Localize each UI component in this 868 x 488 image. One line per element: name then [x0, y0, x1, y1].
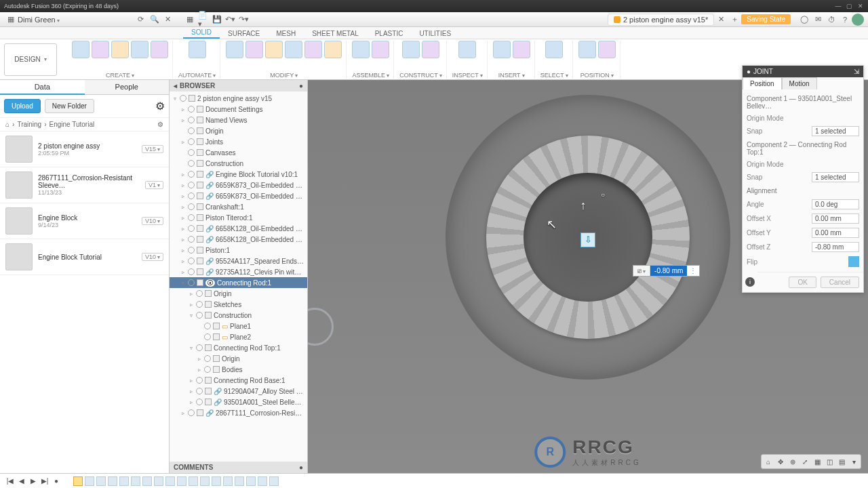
- viewnav-1-icon[interactable]: ✥: [775, 456, 786, 467]
- tree-row[interactable]: ▹Sketches: [170, 299, 307, 310]
- visibility-icon[interactable]: [196, 388, 203, 394]
- expand-icon[interactable]: ▹: [189, 302, 194, 308]
- tree-row[interactable]: ▭Plane1: [170, 321, 307, 331]
- comments-header[interactable]: COMMENTS ●: [170, 462, 307, 473]
- visibility-icon[interactable]: [204, 333, 211, 340]
- select-tool-1-icon[interactable]: [545, 41, 563, 58]
- viewnav-3-icon[interactable]: ⤢: [800, 456, 810, 467]
- locate-icon[interactable]: ⦿: [205, 279, 215, 287]
- align-value[interactable]: 0.0 deg: [812, 199, 859, 209]
- redo-icon[interactable]: ↷▾: [239, 14, 250, 25]
- ribbon-label[interactable]: AUTOMATE: [178, 72, 216, 79]
- timeline-feature-6[interactable]: [142, 476, 152, 486]
- timeline-feature-8[interactable]: [165, 476, 175, 486]
- visibility-icon[interactable]: [188, 258, 195, 264]
- gear-icon[interactable]: ⚙: [155, 100, 165, 113]
- document-tab[interactable]: 2 piston engine assy v15*: [608, 14, 714, 26]
- viewnav-5-icon[interactable]: ◫: [824, 456, 835, 467]
- tree-row[interactable]: ▹Bodies: [170, 364, 307, 375]
- breadcrumb-settings-icon[interactable]: ⚙: [157, 121, 163, 128]
- tree-row[interactable]: ▿Construction: [170, 310, 307, 321]
- viewnav-7-icon[interactable]: ▾: [848, 456, 859, 467]
- expand-icon[interactable]: ▹: [189, 378, 194, 384]
- visibility-icon[interactable]: [188, 106, 195, 113]
- upload-button[interactable]: Upload: [4, 99, 41, 113]
- visibility-icon[interactable]: [188, 203, 195, 210]
- timeline-feature-9[interactable]: [177, 476, 186, 486]
- insert-tool-2-icon[interactable]: [513, 41, 530, 58]
- tree-row[interactable]: ▹🔗6659K873_Oil-Embedded Flanged S…: [170, 190, 307, 201]
- create-tool-4-icon[interactable]: [131, 41, 149, 58]
- construct-tool-1-icon[interactable]: [402, 41, 420, 58]
- expand-icon[interactable]: ▹: [180, 117, 186, 123]
- tree-row[interactable]: ▹Piston:1: [170, 245, 307, 256]
- project-version[interactable]: V10: [142, 217, 163, 225]
- timeline-feature-10[interactable]: [189, 476, 198, 486]
- open-icon[interactable]: 📄▾: [198, 14, 209, 25]
- timeline-feature-17[interactable]: [269, 476, 279, 486]
- expand-icon[interactable]: ▹: [180, 171, 186, 178]
- visibility-icon[interactable]: [188, 247, 195, 253]
- extensions-icon[interactable]: ◯: [799, 14, 810, 25]
- close-icon[interactable]: ✕: [857, 3, 864, 9]
- position-tool-2-icon[interactable]: [598, 41, 616, 58]
- timeline-feature-7[interactable]: [154, 476, 163, 486]
- tree-row[interactable]: Origin: [170, 125, 307, 136]
- dimension-input[interactable]: ⎚ -0.80 mm ⋮: [633, 265, 700, 277]
- timeline-feature-14[interactable]: [235, 476, 244, 486]
- modify-tool-3-icon[interactable]: [265, 41, 283, 58]
- tree-row[interactable]: ▹🔗93501A001_Steel Belleville Spr…: [170, 396, 307, 407]
- tree-row[interactable]: Canvases: [170, 147, 307, 158]
- timeline-feature-15[interactable]: [246, 476, 256, 486]
- create-tool-1-icon[interactable]: [72, 41, 90, 58]
- ok-button[interactable]: OK: [789, 277, 816, 288]
- modify-tool-5-icon[interactable]: [304, 41, 322, 58]
- breadcrumb[interactable]: ⌂ › Training › Engine Tutorial ⚙: [0, 118, 169, 131]
- visibility-icon[interactable]: [204, 366, 211, 373]
- expand-icon[interactable]: ▿: [180, 280, 186, 286]
- timeline-feature-12[interactable]: [212, 476, 221, 486]
- workspace-tab-mesh[interactable]: MESH: [268, 28, 304, 39]
- home-icon[interactable]: ⌂: [5, 121, 9, 128]
- project-item[interactable]: Engine Block9/14/23V10: [0, 203, 169, 239]
- project-version[interactable]: V1: [145, 181, 163, 189]
- insert-tool-1-icon[interactable]: [493, 41, 511, 58]
- ribbon-label[interactable]: INSPECT: [452, 72, 483, 79]
- project-item[interactable]: 2867T111_Corrosion-Resistant Sleeve…11/1…: [0, 167, 169, 203]
- timeline-ctrl-1[interactable]: ◀: [17, 476, 26, 486]
- construct-tool-2-icon[interactable]: [422, 41, 439, 58]
- visibility-icon[interactable]: [196, 301, 203, 308]
- dimension-menu-icon[interactable]: ⋮: [687, 266, 699, 276]
- motion-tab[interactable]: Motion: [782, 77, 817, 89]
- tree-row[interactable]: ▹🔗92735A112_Clevis Pin with Retaini…: [170, 266, 307, 277]
- ribbon-label[interactable]: MODIFY: [270, 72, 298, 79]
- save-icon[interactable]: 💾: [212, 14, 222, 25]
- tree-row[interactable]: ▹🔗6658K128_Oil-Embedded 841 Bron…: [170, 234, 307, 245]
- timeline-feature-3[interactable]: [108, 476, 117, 486]
- people-tab[interactable]: People: [85, 80, 170, 95]
- tree-row[interactable]: ▹🔗2867T111_Corrosion-Resistan…: [170, 407, 307, 418]
- tree-row[interactable]: ▹Origin: [170, 353, 307, 364]
- visibility-icon[interactable]: [188, 160, 195, 167]
- tree-row[interactable]: ▹Joints: [170, 136, 307, 147]
- breadcrumb-2[interactable]: Engine Tutorial: [50, 121, 95, 128]
- ribbon-label[interactable]: SELECT: [540, 72, 568, 79]
- expand-icon[interactable]: ▿: [189, 345, 194, 351]
- visibility-icon[interactable]: [188, 214, 195, 221]
- visibility-icon[interactable]: [188, 192, 195, 199]
- modify-tool-1-icon[interactable]: [226, 41, 243, 58]
- expand-icon[interactable]: ▹: [180, 258, 186, 264]
- visibility-icon[interactable]: [180, 95, 186, 102]
- browser-header[interactable]: ◂ BROWSER ●: [170, 80, 307, 92]
- ribbon-label[interactable]: POSITION: [580, 72, 614, 79]
- expand-icon[interactable]: ▿: [172, 96, 178, 102]
- project-version[interactable]: V15: [142, 145, 163, 153]
- help-icon[interactable]: ?: [840, 14, 850, 25]
- app-menu-icon[interactable]: ▦: [5, 14, 16, 25]
- search-icon[interactable]: 🔍: [149, 14, 160, 25]
- timeline-feature-1[interactable]: [85, 476, 94, 486]
- assemble-tool-2-icon[interactable]: [372, 41, 389, 58]
- tree-row[interactable]: ▹Piston Titerod:1: [170, 212, 307, 223]
- timeline-feature-4[interactable]: [119, 476, 129, 486]
- visibility-icon[interactable]: [188, 182, 195, 188]
